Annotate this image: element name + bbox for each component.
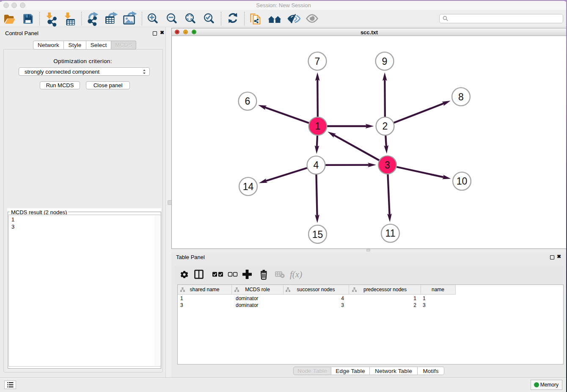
svg-text:11: 11 (385, 228, 396, 239)
svg-text:10: 10 (457, 176, 468, 187)
svg-text:6: 6 (245, 96, 250, 107)
svg-text:1: 1 (315, 121, 321, 132)
svg-text:4: 4 (314, 160, 319, 171)
svg-text:7: 7 (315, 56, 320, 67)
svg-text:9: 9 (382, 56, 388, 67)
svg-text:15: 15 (312, 229, 323, 240)
svg-text:f(x): f(x) (290, 269, 302, 279)
svg-text:3: 3 (385, 160, 390, 171)
svg-text:8: 8 (458, 91, 464, 102)
svg-text:2: 2 (383, 121, 388, 132)
svg-text:14: 14 (243, 181, 254, 192)
